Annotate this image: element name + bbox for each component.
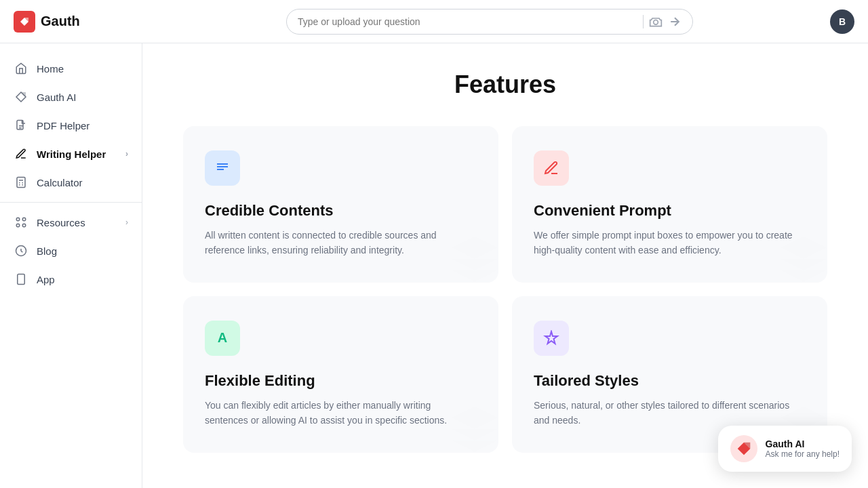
search-input[interactable]: [298, 16, 637, 27]
chat-bubble-text: Gauth AI Ask me for any help!: [766, 439, 840, 459]
svg-point-13: [22, 224, 26, 227]
resources-chevron-icon: ›: [125, 218, 128, 227]
sidebar-item-writing-helper-label: Writing Helper: [37, 148, 106, 160]
convenient-prompt-title: Convenient Prompt: [534, 202, 806, 220]
layout: Home Gauth AI PDF Helper: [0, 43, 868, 488]
app-icon: [14, 272, 28, 287]
credible-contents-desc: All written content is connected to cred…: [205, 228, 477, 258]
page-title: Features: [183, 70, 827, 99]
chevron-right-icon: ›: [125, 149, 128, 159]
logo-text: Gauth: [41, 14, 80, 29]
sidebar-item-pdf-helper-label: PDF Helper: [37, 120, 90, 131]
sidebar-item-gauth-ai-label: Gauth AI: [37, 92, 76, 103]
flexible-editing-title: Flexible Editing: [205, 372, 477, 390]
chat-bubble-subtitle: Ask me for any help!: [766, 449, 840, 459]
sidebar-item-writing-helper[interactable]: Writing Helper ›: [0, 140, 142, 168]
credible-contents-title: Credible Contents: [205, 202, 477, 220]
credible-contents-watermark: [444, 228, 498, 283]
sidebar-item-app-label: App: [37, 274, 55, 285]
features-grid: Credible Contents All written content is…: [183, 126, 827, 453]
search-bar: [286, 9, 693, 35]
svg-point-11: [22, 218, 26, 221]
search-submit-button[interactable]: [668, 15, 682, 28]
sidebar-item-gauth-ai[interactable]: Gauth AI: [0, 83, 142, 111]
convenient-prompt-desc: We offer simple prompt input boxes to em…: [534, 228, 806, 258]
flexible-editing-icon-letter: A: [218, 330, 227, 346]
flexible-editing-watermark: [444, 399, 498, 453]
chat-bubble-icon: [730, 435, 757, 462]
gauth-ai-icon: [14, 89, 28, 104]
feature-card-flexible-editing: A Flexible Editing You can flexibly edit…: [183, 296, 498, 453]
credible-contents-icon-wrap: [205, 150, 240, 186]
search-bar-wrapper: [149, 9, 830, 35]
user-avatar[interactable]: B: [830, 9, 854, 34]
main-content: Features Credible Contents All written c…: [142, 43, 868, 488]
sidebar-item-home-label: Home: [37, 63, 64, 75]
chat-bubble[interactable]: Gauth AI Ask me for any help!: [718, 426, 852, 472]
calculator-icon: [14, 175, 28, 190]
sidebar-item-home[interactable]: Home: [0, 54, 142, 83]
sidebar: Home Gauth AI PDF Helper: [0, 43, 142, 488]
sidebar-item-calculator-label: Calculator: [37, 177, 83, 188]
logo-icon: [14, 11, 35, 33]
header: Gauth B: [0, 0, 868, 43]
flexible-editing-desc: You can flexibly edit articles by either…: [205, 398, 477, 428]
sidebar-item-blog-label: Blog: [37, 245, 57, 257]
svg-point-0: [654, 20, 658, 24]
sidebar-item-calculator[interactable]: Calculator: [0, 168, 142, 197]
feature-card-credible-contents: Credible Contents All written content is…: [183, 126, 498, 283]
writing-icon: [14, 146, 28, 161]
flexible-editing-icon-wrap: A: [205, 321, 240, 356]
blog-icon: [14, 243, 28, 258]
svg-point-12: [16, 224, 20, 227]
chat-bubble-title: Gauth AI: [766, 439, 840, 449]
svg-rect-4: [17, 178, 25, 188]
nav-divider: [0, 202, 142, 203]
sidebar-item-app[interactable]: App: [0, 265, 142, 293]
sidebar-item-pdf-helper[interactable]: PDF Helper: [0, 111, 142, 140]
resources-icon: [14, 215, 28, 230]
pdf-icon: [14, 118, 28, 133]
feature-card-convenient-prompt: Convenient Prompt We offer simple prompt…: [512, 126, 827, 283]
search-divider: [643, 15, 644, 28]
convenient-prompt-watermark: [773, 228, 827, 283]
convenient-prompt-icon-wrap: [534, 150, 569, 186]
svg-point-10: [16, 218, 20, 221]
sidebar-item-blog[interactable]: Blog: [0, 237, 142, 265]
tailored-styles-desc: Serious, natural, or other styles tailor…: [534, 398, 806, 428]
home-icon: [14, 61, 28, 76]
tailored-styles-title: Tailored Styles: [534, 372, 806, 390]
logo-area: Gauth: [14, 11, 149, 33]
sidebar-item-resources-label: Resources: [37, 217, 85, 228]
tailored-styles-icon-wrap: [534, 321, 569, 356]
sidebar-item-resources[interactable]: Resources ›: [0, 208, 142, 237]
camera-button[interactable]: [649, 15, 663, 28]
